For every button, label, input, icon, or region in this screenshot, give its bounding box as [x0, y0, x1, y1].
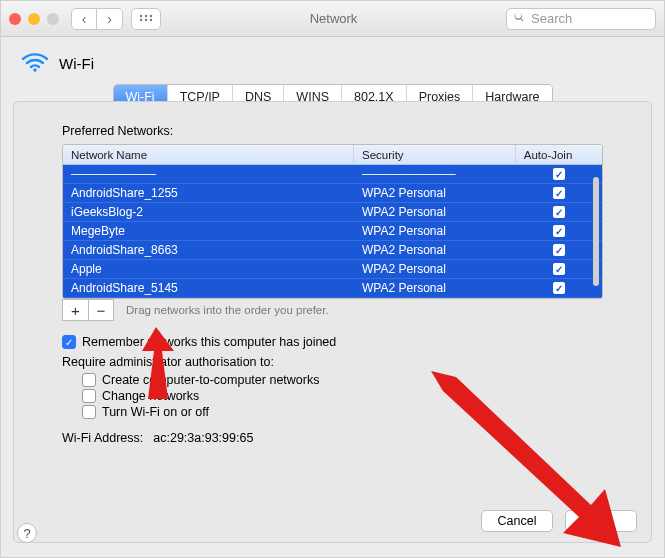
col-header-security[interactable]: Security [354, 145, 516, 164]
preferred-networks-label: Preferred Networks: [62, 124, 603, 138]
auto-join-cell: ✓ [516, 225, 602, 237]
auto-join-checkbox[interactable]: ✓ [553, 168, 565, 180]
search-field[interactable] [529, 10, 649, 27]
table-row[interactable]: MegeByteWPA2 Personal✓ [63, 222, 602, 241]
auto-join-checkbox[interactable]: ✓ [553, 263, 565, 275]
network-name-cell: iGeeksBlog-2 [63, 205, 354, 219]
svg-point-4 [145, 18, 147, 20]
auto-join-cell: ✓ [516, 168, 602, 180]
window-titlebar: ‹ › Network [1, 1, 664, 37]
table-row[interactable]: iGeeksBlog-2WPA2 Personal✓ [63, 203, 602, 222]
security-cell: WPA2 Personal [354, 186, 516, 200]
plus-icon: + [71, 302, 80, 319]
remember-networks-label: Remember networks this computer has join… [82, 335, 336, 349]
auth-opt-label: Create computer-to-computer networks [102, 373, 319, 387]
traffic-lights [9, 13, 59, 25]
security-cell: ─────────── [354, 167, 516, 181]
drag-hint: Drag networks into the order you prefer. [126, 304, 329, 316]
close-window-button[interactable] [9, 13, 21, 25]
pane-header: Wi-Fi [1, 37, 664, 86]
chevron-right-icon: › [107, 11, 112, 27]
auth-label: Require administrator authorisation to: [62, 355, 274, 369]
auth-opt-label: Turn Wi-Fi on or off [102, 405, 209, 419]
table-row[interactable]: AndroidShare_1255WPA2 Personal✓ [63, 184, 602, 203]
auto-join-cell: ✓ [516, 187, 602, 199]
table-row[interactable]: AppleWPA2 Personal✓ [63, 260, 602, 279]
auto-join-cell: ✓ [516, 282, 602, 294]
table-row[interactable]: AndroidShare_5145WPA2 Personal✓ [63, 279, 602, 298]
wifi-icon [21, 51, 49, 76]
grid-icon [139, 11, 153, 27]
preferred-networks-table[interactable]: Network Name Security Auto-Join ────────… [62, 144, 603, 299]
col-header-network-name[interactable]: Network Name [63, 145, 354, 164]
search-icon [513, 11, 525, 26]
security-cell: WPA2 Personal [354, 281, 516, 295]
auth-opt-label: Change networks [102, 389, 199, 403]
chevron-left-icon: ‹ [82, 11, 87, 27]
auth-opt-checkbox[interactable] [82, 373, 96, 387]
security-cell: WPA2 Personal [354, 224, 516, 238]
add-remove-bar: + − Drag networks into the order you pre… [62, 299, 603, 321]
network-name-cell: MegeByte [63, 224, 354, 238]
svg-point-1 [145, 14, 147, 16]
minimize-window-button[interactable] [28, 13, 40, 25]
search-input[interactable] [506, 8, 656, 30]
auto-join-checkbox[interactable]: ✓ [553, 206, 565, 218]
table-row[interactable]: ─────────────────────✓ [63, 165, 602, 184]
network-name-cell: ────────── [63, 167, 354, 181]
auth-opt-checkbox[interactable] [82, 405, 96, 419]
col-header-auto-join[interactable]: Auto-Join [516, 145, 602, 164]
network-name-cell: AndroidShare_5145 [63, 281, 354, 295]
network-name-cell: Apple [63, 262, 354, 276]
network-preferences-window: ‹ › Network Wi-Fi Wi-FiTCP/IPDNSWINS802.… [0, 0, 665, 558]
cancel-button[interactable]: Cancel [481, 510, 553, 532]
security-cell: WPA2 Personal [354, 243, 516, 257]
minus-icon: − [97, 302, 106, 319]
help-icon: ? [23, 526, 30, 541]
table-row[interactable]: AndroidShare_8663WPA2 Personal✓ [63, 241, 602, 260]
ok-button[interactable]: OK [565, 510, 637, 532]
svg-point-6 [33, 68, 37, 72]
auth-opt-checkbox[interactable] [82, 389, 96, 403]
dialog-footer: Cancel OK [481, 510, 637, 532]
auto-join-checkbox[interactable]: ✓ [553, 282, 565, 294]
remember-networks-checkbox[interactable]: ✓ [62, 335, 76, 349]
show-all-button[interactable] [131, 8, 161, 30]
auto-join-checkbox[interactable]: ✓ [553, 187, 565, 199]
auto-join-cell: ✓ [516, 206, 602, 218]
wifi-advanced-panel: Preferred Networks: Network Name Securit… [13, 101, 652, 543]
security-cell: WPA2 Personal [354, 262, 516, 276]
svg-point-5 [150, 18, 152, 20]
add-network-button[interactable]: + [62, 299, 88, 321]
wifi-address-value: ac:29:3a:93:99:65 [153, 431, 253, 445]
nav-back-forward: ‹ › [71, 8, 123, 30]
auto-join-checkbox[interactable]: ✓ [553, 244, 565, 256]
help-button[interactable]: ? [17, 523, 37, 543]
auto-join-checkbox[interactable]: ✓ [553, 225, 565, 237]
window-title: Network [169, 11, 498, 26]
scrollbar[interactable] [593, 177, 599, 286]
wifi-address-label: Wi-Fi Address: [62, 431, 143, 445]
nav-back-button[interactable]: ‹ [71, 8, 97, 30]
auto-join-cell: ✓ [516, 244, 602, 256]
network-name-cell: AndroidShare_1255 [63, 186, 354, 200]
pane-title: Wi-Fi [59, 55, 94, 72]
network-name-cell: AndroidShare_8663 [63, 243, 354, 257]
options-group: ✓ Remember networks this computer has jo… [62, 335, 603, 445]
security-cell: WPA2 Personal [354, 205, 516, 219]
fullscreen-window-button[interactable] [47, 13, 59, 25]
nav-forward-button[interactable]: › [97, 8, 123, 30]
auto-join-cell: ✓ [516, 263, 602, 275]
remove-network-button[interactable]: − [88, 299, 114, 321]
svg-point-0 [140, 14, 142, 16]
svg-point-2 [150, 14, 152, 16]
table-header: Network Name Security Auto-Join [63, 145, 602, 165]
svg-point-3 [140, 18, 142, 20]
